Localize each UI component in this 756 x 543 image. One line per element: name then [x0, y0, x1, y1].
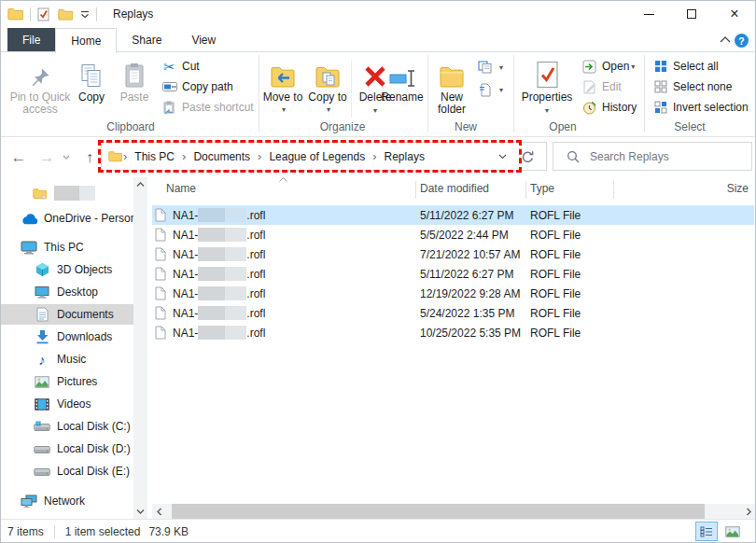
scroll-down-icon[interactable]: [133, 505, 147, 519]
sidebar-scrollbar[interactable]: [133, 177, 147, 519]
recent-locations-button[interactable]: [60, 137, 73, 177]
help-button[interactable]: ?: [735, 34, 749, 48]
file-name-prefix: NA1-: [173, 307, 198, 320]
minimize-icon: [644, 14, 654, 15]
horizontal-scrollbar[interactable]: [152, 504, 756, 519]
file-row[interactable]: NA1-.rofl 5/11/2022 6:27 PM ROFL File: [152, 264, 754, 284]
sidebar-item-pictures[interactable]: Pictures: [0, 371, 133, 392]
horizontal-scrollbar-thumb[interactable]: [172, 504, 705, 519]
sidebar-item-this-pc[interactable]: This PC: [0, 237, 133, 258]
tab-home[interactable]: Home: [55, 28, 117, 53]
sidebar-item-local-disk-e[interactable]: Local Disk (E:): [0, 461, 133, 481]
scroll-up-icon[interactable]: [133, 177, 147, 191]
file-name-suffix: .rofl: [246, 307, 265, 320]
sidebar-item-label: Local Disk (E:): [57, 465, 130, 478]
address-bar[interactable]: › This PC › Documents › League of Legend…: [101, 142, 547, 171]
tab-share[interactable]: Share: [117, 28, 176, 51]
sidebar-item-3d-objects[interactable]: 3D Objects: [0, 259, 133, 280]
new-item-icon: [476, 83, 494, 97]
search-input[interactable]: [590, 150, 739, 163]
tab-view[interactable]: View: [176, 28, 231, 51]
column-header-date-modified[interactable]: Date modified: [420, 182, 489, 195]
cut-button[interactable]: ✂ Cut: [161, 57, 200, 76]
minimize-button[interactable]: [627, 0, 670, 28]
file-row[interactable]: NA1-.rofl 5/5/2022 2:44 PM ROFL File: [152, 225, 754, 244]
address-dropdown-icon[interactable]: [498, 154, 507, 160]
quick-access-toolbar: [7, 7, 104, 21]
up-arrow-icon: ↑: [86, 149, 93, 166]
file-row[interactable]: NA1-.rofl 10/25/2022 5:35 PM ROFL File: [152, 323, 754, 342]
file-row[interactable]: NA1-.rofl 7/21/2022 10:57 AM ROFL File: [152, 244, 754, 264]
file-name-prefix: NA1-: [173, 268, 198, 281]
paste-shortcut-icon: [161, 101, 178, 115]
sidebar-item-label: Desktop: [57, 285, 98, 299]
new-item-button[interactable]: ▾: [476, 80, 503, 99]
sidebar-item-network[interactable]: Network: [0, 491, 133, 511]
breadcrumb-documents[interactable]: Documents: [187, 150, 257, 163]
thumbnail-view-button[interactable]: [721, 522, 744, 541]
breadcrumb-replays[interactable]: Replays: [378, 150, 431, 163]
file-date: 12/19/2022 9:28 AM: [420, 287, 520, 300]
file-row[interactable]: NA1-.rofl 12/19/2022 9:28 AM ROFL File: [152, 284, 754, 303]
easy-access-caret-icon: ▾: [499, 63, 503, 72]
history-label: History: [602, 101, 637, 114]
back-button[interactable]: ←: [7, 137, 30, 177]
close-button[interactable]: ×: [713, 0, 756, 28]
sidebar-item-desktop[interactable]: Desktop: [0, 282, 133, 302]
sidebar-item-music[interactable]: ♪ Music: [0, 349, 133, 369]
details-view-icon: [700, 526, 713, 537]
copy-button[interactable]: Copy: [71, 55, 112, 118]
move-to-button[interactable]: Move to▾: [261, 55, 304, 118]
details-view-button[interactable]: [695, 522, 718, 541]
open-button[interactable]: Open▾: [581, 57, 635, 76]
scroll-right-icon[interactable]: [742, 504, 756, 519]
copy-icon: [79, 55, 104, 89]
qat-properties-icon[interactable]: [37, 7, 49, 21]
ribbon-group-organize: Move to▾ Copy to▾ Delete ▾ Rename Organi…: [259, 52, 426, 136]
file-type: ROFL File: [530, 248, 581, 261]
column-header-type[interactable]: Type: [530, 182, 554, 195]
copy-to-caret-icon: ▾: [327, 104, 330, 116]
tab-file[interactable]: File: [7, 28, 55, 51]
copy-path-button[interactable]: Copy path: [161, 77, 233, 96]
refresh-icon[interactable]: [521, 150, 535, 164]
invert-selection-button[interactable]: Invert selection: [651, 98, 749, 117]
desktop-icon: [33, 285, 51, 299]
select-all-button[interactable]: Select all: [651, 57, 719, 76]
sidebar-item-pinned-folder[interactable]: [0, 183, 133, 203]
column-header-name[interactable]: Name: [166, 182, 196, 195]
sidebar-item-local-disk-d[interactable]: Local Disk (D:): [0, 439, 133, 459]
paste-icon: [123, 55, 146, 89]
collapse-ribbon-icon[interactable]: [720, 36, 731, 43]
file-name-suffix: .rofl: [246, 229, 265, 242]
selection-size: 73.9 KB: [148, 525, 189, 538]
copy-to-button[interactable]: Copy to▾: [306, 55, 349, 118]
file-date: 5/24/2022 1:35 PM: [420, 307, 514, 320]
qat-customize-chevron-icon[interactable]: [80, 10, 90, 19]
maximize-button[interactable]: [670, 0, 713, 28]
up-button[interactable]: ↑: [78, 137, 101, 177]
edit-button: Edit: [581, 77, 622, 96]
new-folder-button[interactable]: New folder: [431, 55, 472, 118]
sidebar-item-documents[interactable]: Documents: [0, 304, 133, 325]
sidebar-item-downloads[interactable]: Downloads: [0, 327, 133, 347]
paste-shortcut-button: Paste shortcut: [161, 98, 254, 117]
history-button[interactable]: History: [581, 98, 637, 117]
breadcrumb-this-pc[interactable]: This PC: [128, 150, 181, 163]
sidebar-item-onedrive[interactable]: OneDrive - Personal: [0, 208, 133, 229]
sidebar-item-videos[interactable]: Videos: [0, 394, 133, 414]
rename-button[interactable]: Rename: [379, 55, 426, 118]
search-box[interactable]: [553, 142, 752, 171]
qat-new-folder-icon[interactable]: [58, 8, 73, 21]
scroll-left-icon[interactable]: [152, 504, 166, 519]
videos-icon: [33, 398, 51, 411]
column-header-size[interactable]: Size: [727, 182, 749, 195]
breadcrumb-league-of-legends[interactable]: League of Legends: [262, 150, 371, 163]
easy-access-button[interactable]: ▾: [476, 58, 503, 77]
sidebar-item-local-disk-c[interactable]: Local Disk (C:): [0, 416, 133, 437]
select-none-button[interactable]: Select none: [651, 77, 732, 96]
file-row[interactable]: NA1-.rofl 5/11/2022 6:27 PM ROFL File: [152, 205, 754, 225]
file-row[interactable]: NA1-.rofl 5/24/2022 1:35 PM ROFL File: [152, 303, 754, 323]
properties-button[interactable]: Properties ▾: [519, 55, 575, 118]
file-name-prefix: NA1-: [173, 229, 198, 242]
